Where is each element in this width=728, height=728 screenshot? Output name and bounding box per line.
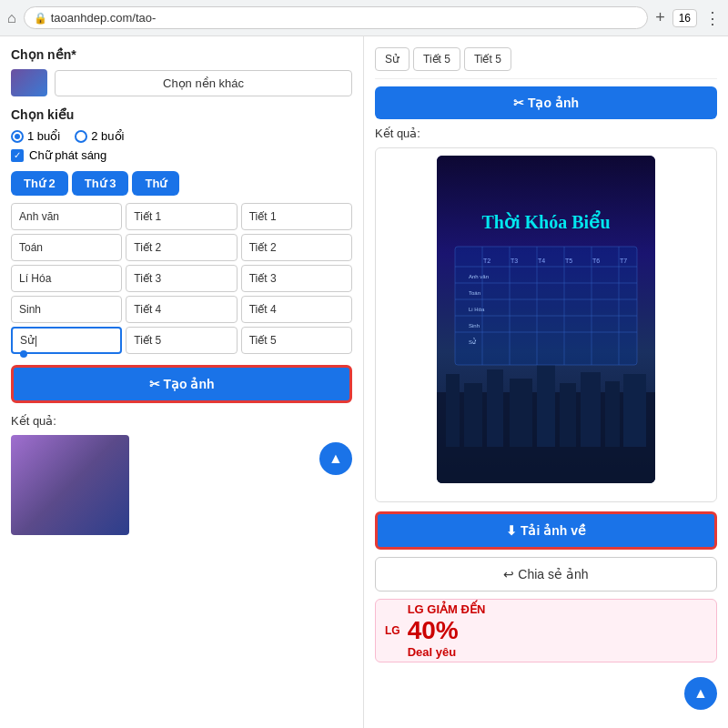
cell-sinh[interactable]: Sinh bbox=[11, 296, 122, 323]
main-content: Chọn nền* Chọn nền khác Chọn kiểu 1 buổi… bbox=[0, 36, 728, 728]
tab-count[interactable]: 16 bbox=[672, 9, 697, 27]
svg-text:Sinh: Sinh bbox=[469, 323, 480, 329]
cell-tiet-3-col3[interactable]: Tiết 3 bbox=[241, 265, 352, 292]
tab-thu-partial[interactable]: Thứ bbox=[132, 171, 179, 196]
result-label-left: Kết quả: bbox=[11, 414, 352, 428]
ad-percent: 40% bbox=[408, 616, 486, 645]
svg-rect-5 bbox=[510, 379, 532, 447]
radio-1-buoi-label: 1 buổi bbox=[27, 129, 60, 143]
ad-text1: LG GIẢM ĐẾN bbox=[408, 602, 486, 616]
result-thumbnail-left bbox=[11, 435, 129, 535]
svg-rect-4 bbox=[487, 369, 503, 447]
result-label-right: Kết quả: bbox=[375, 126, 717, 140]
chon-nen-section: Chọn nền* Chọn nền khác bbox=[11, 47, 352, 96]
right-cell-tiet5-1[interactable]: Tiết 5 bbox=[413, 47, 460, 71]
cell-tiet-2-col2[interactable]: Tiết 2 bbox=[126, 234, 237, 261]
cell-tiet-1-col3[interactable]: Tiết 1 bbox=[241, 203, 352, 230]
ad-text2: Deal yêu bbox=[408, 645, 486, 659]
left-bottom-area: ▲ bbox=[11, 435, 352, 535]
svg-text:Anh văn: Anh văn bbox=[469, 274, 489, 279]
checkbox-group[interactable]: ✓ Chữ phát sáng bbox=[11, 148, 352, 162]
share-btn[interactable]: ↩ Chia sẻ ảnh bbox=[375, 557, 717, 592]
bg-thumbnail bbox=[11, 69, 47, 96]
radio-dot-1 bbox=[11, 130, 24, 143]
checkbox-label: Chữ phát sáng bbox=[29, 148, 106, 162]
svg-text:Thời Khóa Biểu: Thời Khóa Biểu bbox=[481, 210, 610, 232]
radio-dot-2 bbox=[75, 130, 87, 143]
cell-tiet-3-col2[interactable]: Tiết 3 bbox=[126, 265, 237, 292]
lock-icon: 🔒 bbox=[34, 12, 47, 25]
cell-su[interactable]: Sử| bbox=[11, 327, 122, 354]
right-panel: Sử Tiết 5 Tiết 5 ✂ Tạo ảnh Kết quả: bbox=[364, 36, 728, 728]
svg-rect-2 bbox=[446, 374, 460, 447]
svg-text:Li Hóa: Li Hóa bbox=[469, 307, 485, 312]
preview-image: Thời Khóa Biểu T2 T3 T4 T5 T6 T7 Anh văn… bbox=[437, 156, 655, 483]
svg-text:T2: T2 bbox=[483, 258, 490, 264]
cell-tiet-4-col2[interactable]: Tiết 4 bbox=[126, 296, 237, 323]
radio-group: 1 buổi 2 buổi bbox=[11, 129, 352, 143]
address-bar[interactable]: 🔒 taoanhdep.com/tao- bbox=[24, 6, 648, 29]
svg-rect-6 bbox=[537, 365, 555, 447]
schedule-table: Anh văn Tiết 1 Tiết 1 Toán Tiết 2 Tiết 2… bbox=[11, 203, 352, 354]
preview-wrapper: Thời Khóa Biểu T2 T3 T4 T5 T6 T7 Anh văn… bbox=[375, 147, 717, 502]
cell-tiet-5-col2[interactable]: Tiết 5 bbox=[126, 327, 237, 354]
chon-nen-khac-button[interactable]: Chọn nền khác bbox=[55, 70, 352, 96]
ad-logo: LG bbox=[385, 624, 400, 637]
address-text: taoanhdep.com/tao- bbox=[51, 11, 157, 25]
right-cell-tiet5-2[interactable]: Tiết 5 bbox=[464, 47, 511, 71]
radio-2-buoi[interactable]: 2 buổi bbox=[75, 129, 124, 143]
cell-toan[interactable]: Toán bbox=[11, 234, 122, 261]
day-tabs: Thứ 2 Thứ 3 Thứ bbox=[11, 171, 352, 196]
svg-rect-8 bbox=[581, 372, 601, 447]
radio-2-buoi-label: 2 buổi bbox=[91, 129, 124, 143]
chon-nen-title: Chọn nền* bbox=[11, 47, 352, 62]
home-icon[interactable]: ⌂ bbox=[7, 10, 16, 26]
svg-rect-10 bbox=[623, 374, 646, 447]
svg-rect-9 bbox=[605, 381, 620, 447]
cell-tiet-2-col3[interactable]: Tiết 2 bbox=[241, 234, 352, 261]
radio-1-buoi[interactable]: 1 buổi bbox=[11, 129, 60, 143]
bg-selector: Chọn nền khác bbox=[11, 69, 352, 96]
chon-kieu-title: Chọn kiểu bbox=[11, 107, 352, 122]
cell-su-wrapper: Sử| bbox=[11, 327, 122, 354]
ad-content: LG GIẢM ĐẾN 40% Deal yêu bbox=[408, 602, 486, 659]
right-cell-su[interactable]: Sử bbox=[375, 47, 410, 71]
chon-kieu-section: Chọn kiểu 1 buổi 2 buổi ✓ Chữ phát sáng bbox=[11, 107, 352, 162]
scroll-top-btn-left[interactable]: ▲ bbox=[319, 442, 352, 475]
create-btn-left[interactable]: ✂ Tạo ảnh bbox=[11, 365, 352, 403]
svg-text:Toán: Toán bbox=[469, 290, 480, 296]
svg-text:Sử: Sử bbox=[469, 338, 477, 345]
browser-bar: ⌂ 🔒 taoanhdep.com/tao- + 16 ⋮ bbox=[0, 0, 728, 36]
right-top-tabs: Sử Tiết 5 Tiết 5 bbox=[375, 47, 717, 79]
cursor-indicator bbox=[20, 350, 27, 358]
cell-anh-van[interactable]: Anh văn bbox=[11, 203, 122, 230]
browser-menu-icon[interactable]: ⋮ bbox=[704, 8, 721, 28]
cell-tiet-4-col3[interactable]: Tiết 4 bbox=[241, 296, 352, 323]
create-btn-right[interactable]: ✂ Tạo ảnh bbox=[375, 86, 717, 119]
tab-thu-2[interactable]: Thứ 2 bbox=[11, 171, 68, 196]
cell-tiet-5-col3[interactable]: Tiết 5 bbox=[241, 327, 352, 354]
svg-text:T7: T7 bbox=[620, 258, 627, 264]
scroll-top-btn-right[interactable]: ▲ bbox=[684, 677, 717, 710]
cell-li-hoa[interactable]: Lí Hóa bbox=[11, 265, 122, 292]
tab-thu-3[interactable]: Thứ 3 bbox=[72, 171, 129, 196]
svg-text:T5: T5 bbox=[565, 258, 572, 264]
svg-text:T4: T4 bbox=[538, 258, 545, 264]
svg-text:T6: T6 bbox=[592, 258, 600, 264]
left-panel: Chọn nền* Chọn nền khác Chọn kiểu 1 buổi… bbox=[0, 36, 364, 728]
download-btn[interactable]: ⬇ Tải ảnh về bbox=[375, 511, 717, 550]
svg-rect-7 bbox=[560, 383, 576, 447]
cell-tiet-1-col2[interactable]: Tiết 1 bbox=[126, 203, 237, 230]
checkbox-icon: ✓ bbox=[11, 149, 24, 162]
new-tab-icon[interactable]: + bbox=[655, 8, 665, 27]
svg-text:T3: T3 bbox=[511, 258, 518, 264]
ad-banner: LG LG GIẢM ĐẾN 40% Deal yêu bbox=[375, 599, 717, 662]
svg-rect-3 bbox=[464, 383, 482, 447]
